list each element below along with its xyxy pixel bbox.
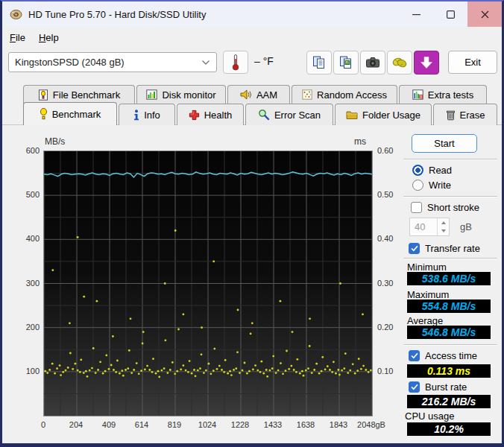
tab-info[interactable]: Info xyxy=(119,104,175,125)
chevron-down-icon xyxy=(201,60,210,66)
average-label: Average xyxy=(407,315,443,326)
folder-icon xyxy=(346,110,358,120)
tab-label: Random Access xyxy=(317,89,387,101)
cpu-usage-label: CPU usage xyxy=(405,410,454,422)
tab-erase[interactable]: Erase xyxy=(433,104,497,125)
tick-label: 0.10 xyxy=(377,367,393,375)
tab-folder-usage[interactable]: Folder Usage xyxy=(335,104,432,125)
tab-error-scan[interactable]: Error Scan xyxy=(245,104,333,125)
tab-label: Info xyxy=(144,110,160,121)
check-icon xyxy=(411,352,418,359)
save-results-button[interactable] xyxy=(414,51,439,74)
tick-label: 1638 xyxy=(297,420,315,429)
access-time-checkbox[interactable]: Access time xyxy=(409,350,477,361)
burst-rate-value: 216.2 MB/s xyxy=(407,395,491,408)
write-label[interactable]: Write xyxy=(429,180,451,191)
tab-random-access[interactable]: Random Access xyxy=(292,85,397,104)
short-stroke-checkbox[interactable]: Short stroke xyxy=(411,202,479,213)
tick-label: 0.50 xyxy=(377,190,393,199)
maximize-icon xyxy=(447,10,455,19)
copy-text-button[interactable] xyxy=(306,51,332,74)
checkbox-checked-icon[interactable] xyxy=(409,381,420,393)
tick-label: 614 xyxy=(135,420,148,429)
temperature-button[interactable] xyxy=(223,51,248,74)
spinner-up-button[interactable] xyxy=(438,218,449,227)
maximize-button[interactable] xyxy=(433,1,467,27)
tick-label: 1228 xyxy=(231,420,249,429)
read-label[interactable]: Read xyxy=(429,165,452,176)
menu-file[interactable]: File xyxy=(10,32,25,43)
close-button[interactable] xyxy=(467,1,502,27)
tick-label: 400 xyxy=(26,234,40,243)
file-benchmark-icon xyxy=(38,89,48,101)
tick-label: 0.60 xyxy=(377,146,393,155)
right-axis-unit: ms xyxy=(354,136,366,147)
minimum-label: Minimum xyxy=(407,261,447,273)
minimize-button[interactable] xyxy=(399,1,433,27)
close-icon xyxy=(481,10,489,19)
benchmark-icon xyxy=(40,108,48,120)
extra-tests-icon xyxy=(412,89,423,100)
tab-label: Error Scan xyxy=(274,110,321,121)
radio-unselected-icon[interactable] xyxy=(412,180,423,191)
app-icon xyxy=(10,8,22,21)
tab-benchmark[interactable]: Benchmark xyxy=(23,102,117,125)
transfer-rate-checkbox[interactable]: Transfer rate xyxy=(409,243,480,254)
tab-health[interactable]: Health xyxy=(177,104,244,125)
tab-extra-tests[interactable]: Extra tests xyxy=(399,85,487,104)
spinner-down-button[interactable] xyxy=(438,227,449,236)
short-stroke-size-spinner[interactable]: 40 xyxy=(409,218,450,236)
checkbox-unchecked-icon[interactable] xyxy=(411,202,422,213)
checkbox-checked-icon[interactable] xyxy=(409,243,420,254)
health-cross-icon xyxy=(189,110,200,121)
benchmark-plot xyxy=(43,150,373,416)
start-button[interactable]: Start xyxy=(412,134,477,153)
separator xyxy=(403,344,497,346)
tick-label: 1843 xyxy=(330,420,347,429)
tab-disk-monitor[interactable]: Disk monitor xyxy=(136,85,226,104)
access-time-value: 0.113 ms xyxy=(407,364,491,378)
separator xyxy=(403,258,497,259)
tick-label: 600 xyxy=(26,146,40,155)
burst-rate-checkbox[interactable]: Burst rate xyxy=(409,381,467,393)
donate-button[interactable] xyxy=(387,51,412,74)
tab-label: AAM xyxy=(256,89,277,101)
window-title: HD Tune Pro 5.70 - Hard Disk/SSD Utility xyxy=(28,9,206,20)
tick-label: 204 xyxy=(69,420,83,429)
title-bar: HD Tune Pro 5.70 - Hard Disk/SSD Utility xyxy=(2,1,502,27)
screenshot-button[interactable] xyxy=(360,51,385,74)
hands-icon xyxy=(391,55,408,70)
checkbox-checked-icon[interactable] xyxy=(409,350,420,361)
magnifier-icon xyxy=(258,109,270,121)
read-radio[interactable]: Read xyxy=(412,165,452,176)
short-stroke-size-value[interactable]: 40 xyxy=(410,218,437,235)
copy-image-button[interactable] xyxy=(333,51,359,74)
menu-help[interactable]: Help xyxy=(39,32,59,43)
start-label: Start xyxy=(434,138,454,149)
tick-label: 0.30 xyxy=(377,279,393,288)
tick-label: 2048gB xyxy=(357,420,385,429)
tab-aam[interactable]: AAM xyxy=(227,85,290,104)
arrow-up-icon xyxy=(441,221,446,224)
drive-select-dropdown[interactable]: KingstonSPSD (2048 gB) xyxy=(8,52,217,72)
left-axis-unit: MB/s xyxy=(45,136,65,147)
tick-label: 100 xyxy=(26,367,40,375)
burst-rate-label[interactable]: Burst rate xyxy=(425,381,467,393)
temperature-readout: – °F xyxy=(254,55,274,67)
menu-bar: File Help xyxy=(2,28,502,46)
disk-monitor-icon xyxy=(146,89,157,100)
transfer-rate-label[interactable]: Transfer rate xyxy=(425,243,480,254)
maximum-value: 554.8 MB/s xyxy=(407,299,491,313)
access-time-label[interactable]: Access time xyxy=(425,350,477,361)
exit-button[interactable]: Exit xyxy=(448,51,497,74)
short-stroke-label[interactable]: Short stroke xyxy=(427,202,479,213)
random-access-icon xyxy=(302,89,312,100)
tab-file-benchmark[interactable]: File Benchmark xyxy=(23,85,135,104)
radio-selected-icon[interactable] xyxy=(412,165,423,176)
tick-label: 300 xyxy=(26,279,40,288)
plot-canvas xyxy=(44,151,372,416)
short-stroke-unit-label: gB xyxy=(460,221,472,232)
app-window: HD Tune Pro 5.70 - Hard Disk/SSD Utility… xyxy=(0,0,504,447)
write-radio[interactable]: Write xyxy=(412,180,451,191)
info-icon xyxy=(133,110,139,121)
